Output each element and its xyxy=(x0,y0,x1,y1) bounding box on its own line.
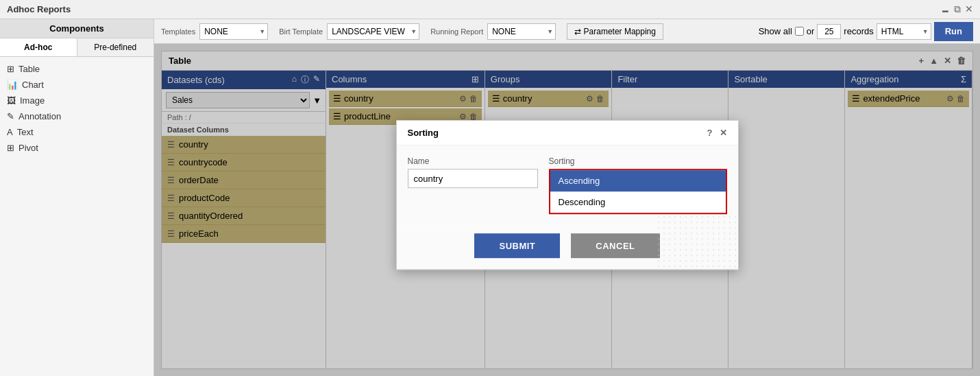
birt-select-wrap: LANDSCAPE VIEW xyxy=(327,23,419,40)
running-select-wrap: NONE xyxy=(487,23,556,40)
sidebar-item-label-chart: Chart xyxy=(22,80,44,90)
records-label: records xyxy=(844,26,873,36)
sidebar-header: Components xyxy=(0,19,154,38)
sidebar-item-label-pivot: Pivot xyxy=(19,143,38,153)
sidebar: Components Ad-hoc Pre-defined ⊞ Table 📊 … xyxy=(0,19,154,376)
dialog-close-icon[interactable]: ✕ xyxy=(720,128,727,138)
running-select[interactable]: NONE xyxy=(487,23,556,40)
top-bar-icons: 🗕 ⧉ ✕ xyxy=(940,3,973,15)
sidebar-item-text[interactable]: A Text xyxy=(0,124,154,140)
sidebar-item-label-annotation: Annotation xyxy=(19,111,61,121)
close-icon[interactable]: ✕ xyxy=(965,3,973,15)
annotation-icon: ✎ xyxy=(7,111,14,121)
or-label: or xyxy=(807,26,815,36)
tab-adhoc[interactable]: Ad-hoc xyxy=(0,38,77,56)
dialog-sorting-label: Sorting xyxy=(549,156,727,166)
show-all-group: Show all or records HTML Run xyxy=(759,22,973,41)
sidebar-item-label-table: Table xyxy=(19,64,40,74)
dialog-help-icon[interactable]: ? xyxy=(707,128,713,138)
templates-select-wrap: NONE xyxy=(199,23,268,40)
minimize-icon[interactable]: 🗕 xyxy=(940,3,950,15)
records-input[interactable] xyxy=(817,24,841,39)
app-title: Adhoc Reports xyxy=(7,4,71,14)
show-all-label: Show all xyxy=(759,26,792,36)
dialog-name-label: Name xyxy=(408,156,538,166)
main-layout: Components Ad-hoc Pre-defined ⊞ Table 📊 … xyxy=(0,19,980,376)
sidebar-item-annotation[interactable]: ✎ Annotation xyxy=(0,108,154,124)
show-all-checkbox[interactable] xyxy=(795,27,804,36)
sidebar-item-pivot[interactable]: ⊞ Pivot xyxy=(0,140,154,156)
sidebar-tabs: Ad-hoc Pre-defined xyxy=(0,38,154,57)
templates-label: Templates xyxy=(161,27,195,36)
sidebar-items: ⊞ Table 📊 Chart 🖼 Image ✎ Annotation A T… xyxy=(0,57,154,160)
sorting-dialog: Sorting ? ✕ Name Sorting xyxy=(396,120,739,270)
chart-icon: 📊 xyxy=(7,80,18,90)
cancel-button[interactable]: CANCEL xyxy=(571,233,659,258)
dialog-name-field: Name xyxy=(408,156,538,188)
dialog-row: Name Sorting Ascending Descending xyxy=(408,156,727,214)
toolbar-templates-group: Templates NONE xyxy=(161,23,268,40)
sidebar-item-label-text: Text xyxy=(17,127,34,137)
dialog-sorting-field: Sorting Ascending Descending xyxy=(549,156,727,214)
sidebar-item-chart[interactable]: 📊 Chart xyxy=(0,77,154,93)
table-icon: ⊞ xyxy=(7,64,14,74)
dialog-body: Name Sorting Ascending Descending xyxy=(397,145,738,225)
sorting-option-descending[interactable]: Descending xyxy=(550,191,726,213)
dialog-name-input[interactable] xyxy=(408,169,538,188)
dialog-title: Sorting xyxy=(408,128,439,138)
tab-predefined[interactable]: Pre-defined xyxy=(77,38,154,56)
restore-icon[interactable]: ⧉ xyxy=(954,3,961,15)
dialog-header: Sorting ? ✕ xyxy=(397,121,738,145)
format-select-wrap: HTML xyxy=(877,23,931,40)
report-area: Table + ▲ ✕ 🗑 Datasets (cds) ⌂ xyxy=(154,44,980,376)
sidebar-item-table[interactable]: ⊞ Table xyxy=(0,61,154,77)
birt-label: Birt Template xyxy=(279,27,323,36)
toolbar-birt-group: Birt Template LANDSCAPE VIEW xyxy=(279,23,419,40)
param-mapping-button[interactable]: ⇄ Parameter Mapping xyxy=(567,23,663,40)
pivot-icon: ⊞ xyxy=(7,143,14,153)
birt-select[interactable]: LANDSCAPE VIEW xyxy=(327,23,419,40)
dialog-footer: SUBMIT CANCEL xyxy=(397,225,738,269)
run-button[interactable]: Run xyxy=(934,22,973,41)
sorting-option-ascending[interactable]: Ascending xyxy=(550,170,726,191)
text-icon: A xyxy=(7,127,13,137)
top-bar: Adhoc Reports 🗕 ⧉ ✕ xyxy=(0,0,980,19)
format-select[interactable]: HTML xyxy=(877,23,931,40)
sidebar-item-label-image: Image xyxy=(20,95,45,106)
running-label: Running Report xyxy=(430,27,483,36)
toolbar-running-group: Running Report NONE xyxy=(430,23,556,40)
sorting-dropdown: Ascending Descending xyxy=(549,169,727,214)
dialog-header-icons: ? ✕ xyxy=(707,128,727,138)
submit-button[interactable]: SUBMIT xyxy=(474,233,560,258)
toolbar: Templates NONE Birt Template LANDSCAPE V… xyxy=(154,19,980,44)
image-icon: 🖼 xyxy=(7,95,16,106)
content-area: Templates NONE Birt Template LANDSCAPE V… xyxy=(154,19,980,376)
templates-select[interactable]: NONE xyxy=(199,23,268,40)
sidebar-item-image[interactable]: 🖼 Image xyxy=(0,93,154,108)
